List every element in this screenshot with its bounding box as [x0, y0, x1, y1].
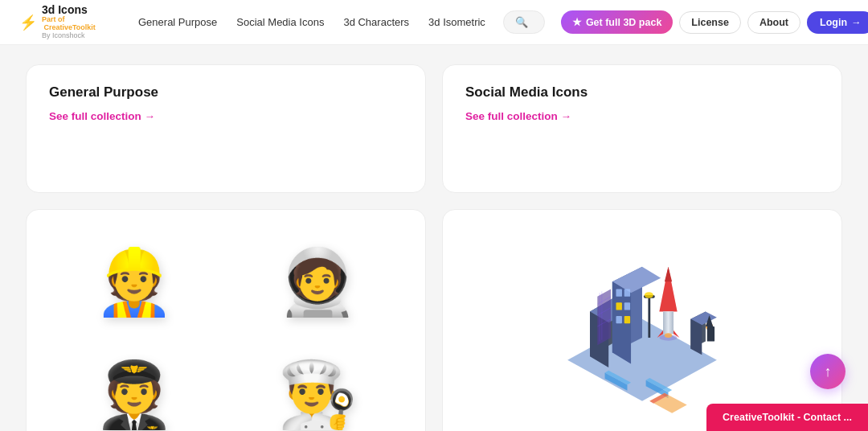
svg-rect-41 [707, 326, 714, 342]
nav-general-purpose[interactable]: General Purpose [130, 11, 225, 33]
svg-rect-18 [663, 311, 674, 334]
characters-grid: 👷 🧑‍🚀 🧑‍✈️ 👨‍🍳 [27, 210, 425, 431]
chef-character-image: 👨‍🍳 [277, 357, 358, 431]
nav-3d-isometric[interactable]: 3d Isometric [420, 11, 493, 33]
isometric-image-container [443, 210, 841, 431]
login-arrow-icon: → [851, 17, 862, 28]
worker-character-image: 👷 [94, 244, 174, 320]
svg-marker-16 [665, 267, 672, 282]
search-icon: 🔍 [515, 16, 528, 28]
pilot-character-image: 🧑‍✈️ [94, 357, 174, 431]
login-button[interactable]: Login → [807, 11, 868, 34]
astronaut-character-image: 🧑‍🚀 [277, 244, 358, 320]
nav-3d-characters[interactable]: 3d Characters [335, 11, 417, 33]
social-media-title: Social Media Icons [465, 84, 819, 101]
logo[interactable]: ⚡ 3d Icons Part of CreativeToolkit By Ic… [19, 4, 108, 40]
logo-by-text: By Iconshock [42, 32, 108, 40]
search-bar[interactable]: 🔍 [503, 10, 545, 34]
svg-rect-10 [616, 302, 622, 310]
nav-social-media[interactable]: Social Media Icons [228, 11, 332, 33]
isometric-scene-svg [530, 222, 755, 431]
card-social-media: Social Media Icons See full collection → [442, 64, 842, 193]
svg-rect-9 [624, 289, 630, 297]
svg-rect-25 [648, 297, 650, 338]
logo-text: 3d Icons Part of CreativeToolkit By Icon… [42, 4, 108, 40]
star-icon: ★ [572, 16, 582, 28]
general-purpose-link[interactable]: See full collection → [49, 110, 155, 122]
svg-rect-8 [616, 289, 622, 297]
license-button[interactable]: License [679, 11, 741, 34]
svg-marker-24 [690, 319, 702, 355]
get-pack-button[interactable]: ★ Get full 3D pack [561, 10, 673, 34]
scroll-top-icon: ↑ [825, 363, 832, 380]
card-general-purpose: General Purpose See full collection → [26, 64, 426, 193]
character-astronaut: 🧑‍🚀 [226, 226, 409, 339]
card-social-media-content: Social Media Icons See full collection → [443, 65, 841, 139]
svg-rect-11 [624, 302, 630, 310]
logo-part-text: Part of [42, 15, 65, 23]
main-content: General Purpose See full collection → So… [0, 45, 868, 431]
general-purpose-title: General Purpose [49, 84, 403, 101]
cards-grid: General Purpose See full collection → So… [26, 64, 842, 431]
character-pilot: 🧑‍✈️ [43, 339, 226, 431]
contact-bar[interactable]: CreativeToolkit - Contact ... [706, 404, 868, 431]
nav-actions: ★ Get full 3D pack License About Login → [561, 10, 868, 34]
character-chef: 👨‍🍳 [226, 339, 409, 431]
social-media-link[interactable]: See full collection → [465, 110, 571, 122]
about-button[interactable]: About [747, 11, 800, 34]
card-general-purpose-content: General Purpose See full collection → [27, 65, 425, 139]
svg-point-21 [665, 333, 672, 338]
svg-rect-13 [624, 316, 630, 323]
login-label: Login [820, 17, 847, 28]
scroll-to-top-button[interactable]: ↑ [810, 354, 845, 389]
logo-sub-text: Part of CreativeToolkit [42, 16, 108, 32]
character-worker: 👷 [43, 226, 226, 339]
get-pack-label: Get full 3D pack [586, 17, 661, 28]
svg-rect-12 [616, 316, 622, 323]
card-isometric: Isometric [442, 209, 842, 431]
logo-bolt-icon: ⚡ [19, 14, 37, 31]
logo-main-text: 3d Icons [42, 4, 108, 16]
nav-links: General Purpose Social Media Icons 3d Ch… [130, 11, 493, 33]
navbar: ⚡ 3d Icons Part of CreativeToolkit By Ic… [0, 0, 868, 45]
card-3d-characters: 👷 🧑‍🚀 🧑‍✈️ 👨‍🍳 3d Characters [26, 209, 426, 431]
svg-marker-32 [649, 393, 686, 413]
svg-point-27 [645, 292, 653, 298]
logo-brand-text: CreativeToolkit [44, 23, 96, 31]
